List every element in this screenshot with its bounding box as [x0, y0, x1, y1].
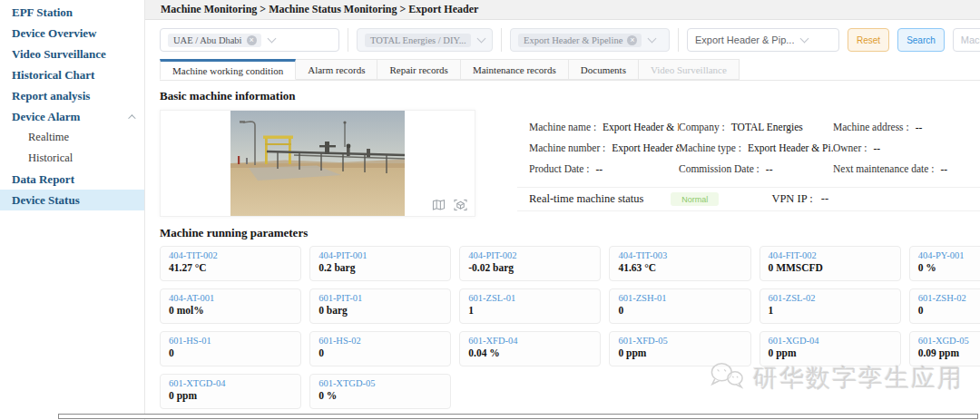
sidebar: EPF Station Device Overview Video Survei…: [0, 0, 145, 420]
field-machine-address: Machine address :--: [833, 116, 980, 137]
tab-documents[interactable]: Documents: [569, 59, 639, 80]
sidebar-item-epf-station[interactable]: EPF Station: [0, 2, 144, 23]
parameter-card[interactable]: 601-XTGD-040 ppm: [160, 374, 301, 409]
machine-select[interactable]: Export Header & Pip...: [687, 28, 839, 52]
basic-info-section: Basic machine information: [145, 81, 980, 217]
sidebar-item-device-status[interactable]: Device Status: [0, 190, 144, 210]
parameter-card[interactable]: 601-XTGD-050 %: [309, 374, 451, 409]
breadcrumb: Machine Monitoring > Machine Status Moni…: [145, 0, 980, 20]
machine-photo-card: [160, 110, 475, 217]
search-button[interactable]: Search: [897, 28, 945, 52]
pipeline-select[interactable]: Export Header & Pipeline: [510, 28, 670, 52]
chevron-down-icon: [800, 34, 809, 44]
divider: [678, 28, 679, 52]
parameter-card[interactable]: 601-ZSL-011: [459, 288, 601, 324]
parameter-card[interactable]: 601-HS-020: [309, 331, 451, 366]
sidebar-item-historical[interactable]: Historical: [0, 148, 144, 169]
parameter-cards-grid: 404-TIT-00241.27 °C 404-PIT-0010.2 barg …: [160, 246, 980, 409]
sidebar-item-historical-chart[interactable]: Historical Chart: [0, 64, 144, 85]
parameter-card[interactable]: 404-AT-0010 mol%: [160, 288, 301, 324]
tab-repair-records[interactable]: Repair records: [377, 59, 460, 80]
parameter-card[interactable]: 404-FIT-0020 MMSCFD: [760, 246, 901, 281]
realtime-status-row: Real-time machine status Normal VPN IP :…: [517, 187, 980, 211]
realtime-status-label: Real-time machine status: [529, 192, 643, 206]
field-machine-type: Machine type :Export Header & Pi...: [679, 137, 833, 158]
location-select[interactable]: UAE / Abu Dhabi: [160, 28, 339, 52]
sidebar-item-device-alarm[interactable]: Device Alarm: [0, 106, 144, 127]
parameter-card[interactable]: 404-TIT-00341.63 °C: [609, 246, 750, 281]
field-company: Company :TOTAL Energies: [679, 116, 833, 137]
pipeline-tag: Export Header & Pipeline: [518, 34, 642, 47]
sidebar-item-device-overview[interactable]: Device Overview: [0, 23, 144, 44]
company-tag: TOTAL Energies / DIY...: [365, 34, 471, 47]
parameter-card[interactable]: 404-PIT-0010.2 barg: [309, 246, 451, 281]
tab-video-surveillance: Video Surveillance: [639, 59, 740, 80]
status-badge: Normal: [671, 192, 719, 206]
running-parameters-title: Machine running parameters: [160, 226, 308, 240]
machine-info-fields: Machine name :Export Header & P... Compa…: [517, 110, 980, 217]
chevron-down-icon: [648, 34, 657, 44]
remove-tag-icon[interactable]: [247, 35, 257, 45]
parameter-card[interactable]: 404-TIT-00241.27 °C: [160, 246, 301, 281]
sidebar-item-video-surveillance[interactable]: Video Surveillance: [0, 44, 144, 64]
reset-button[interactable]: Reset: [848, 28, 889, 52]
parameter-card[interactable]: 601-ZSL-021: [760, 288, 901, 324]
field-machine-name: Machine name :Export Header & P...: [529, 116, 679, 137]
parameter-card[interactable]: 404-PY-0010 %: [909, 246, 980, 281]
field-owner: Owner :--: [833, 137, 980, 158]
parameter-card[interactable]: 601-XFD-040.04 %: [459, 331, 601, 366]
field-product-date: Product Date :--: [529, 158, 679, 179]
chevron-down-icon: [267, 34, 276, 44]
tab-maintenance-records[interactable]: Maintenance records: [461, 59, 569, 80]
vpn-ip-field: VPN IP :--: [771, 192, 828, 206]
detail-tabs: Machine working condition Alarm records …: [160, 59, 980, 81]
parameter-card[interactable]: 601-XFD-050 ppm: [609, 331, 750, 366]
running-parameters-section: Machine running parameters 404-TIT-00241…: [145, 217, 980, 409]
divider: [501, 28, 502, 52]
field-machine-number: Machine number :Export Header &...: [529, 137, 679, 158]
remove-tag-icon[interactable]: [627, 35, 637, 45]
sidebar-item-realtime[interactable]: Realtime: [0, 127, 144, 148]
location-tag: UAE / Abu Dhabi: [168, 34, 261, 47]
parameter-card[interactable]: 601-PIT-010 barg: [309, 288, 451, 324]
parameter-card[interactable]: 601-ZSH-020: [909, 288, 980, 324]
tab-machine-working-condition[interactable]: Machine working condition: [160, 59, 296, 80]
field-commission-date: Commission Date :--: [679, 158, 833, 179]
parameter-card[interactable]: 404-PIT-002-0.02 barg: [459, 246, 601, 281]
chevron-up-icon[interactable]: [128, 114, 135, 122]
parameter-card[interactable]: 601-XGD-050.09 ppm: [909, 331, 980, 366]
main-content: Machine Monitoring > Machine Status Moni…: [145, 0, 980, 420]
basic-info-title: Basic machine information: [160, 89, 980, 103]
company-select[interactable]: TOTAL Energies / DIY...: [357, 28, 493, 52]
horizontal-scrollbar[interactable]: [58, 414, 978, 419]
tab-alarm-records[interactable]: Alarm records: [296, 59, 377, 80]
machine-number-input[interactable]: [953, 28, 980, 52]
sidebar-item-data-report[interactable]: Data Report: [0, 169, 144, 190]
field-next-maintenance-date: Next maintenance date :--: [833, 158, 980, 179]
parameter-card[interactable]: 601-XGD-040 ppm: [760, 331, 901, 366]
filter-toolbar: UAE / Abu Dhabi TOTAL Energies / DIY... …: [160, 27, 980, 53]
app-window: EPF Station Device Overview Video Survei…: [0, 0, 980, 420]
chevron-down-icon: [477, 34, 486, 44]
parameter-card[interactable]: 601-HS-010: [160, 331, 301, 366]
map-location-icon[interactable]: [432, 199, 446, 211]
sidebar-item-report-analysis[interactable]: Report analysis: [0, 85, 144, 106]
machine-photo: [230, 111, 405, 216]
divider: [348, 28, 348, 52]
parameter-card[interactable]: 601-ZSH-010: [609, 288, 750, 324]
3d-model-scan-icon[interactable]: [454, 199, 467, 211]
